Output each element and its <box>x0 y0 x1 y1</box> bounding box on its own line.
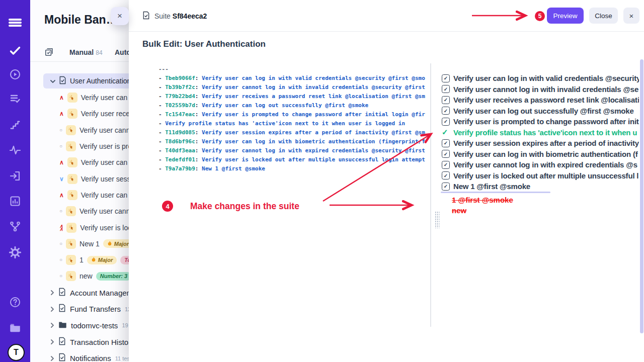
tree-suite-item[interactable]: todomvc-tests 19 <box>30 317 129 334</box>
tab-automated[interactable]: Automated <box>115 48 129 56</box>
branches-icon[interactable] <box>0 218 30 235</box>
badge: To <box>120 256 129 264</box>
preview-test-row[interactable]: ✓ ✓ Verify profile status has 'active'ic… <box>442 127 639 138</box>
tree-test-item[interactable]: ∧ ○ ∨ ∧∧ New 1 Major <box>30 236 129 252</box>
close-x-button[interactable]: × <box>623 8 639 24</box>
code-editor[interactable]: --- - Tbeb9066f: Verify user can log in … <box>158 65 429 175</box>
code-line: - T02559b7d: Verify user can log out suc… <box>158 101 429 110</box>
tree-suite-item[interactable]: Transaction History <box>30 334 129 350</box>
tree-test-item[interactable]: ∧ ○ ∨ ∧∧ new Number: 3 <box>30 268 129 284</box>
preview-test-row[interactable]: ✓ ✓ Verify user can log out successfully… <box>442 106 639 117</box>
tree-suite-item[interactable]: Account Management <box>30 285 129 301</box>
priority-normal-icon: ○ <box>59 143 62 149</box>
chevron-right-icon <box>50 337 54 346</box>
tests-check-icon[interactable] <box>0 42 30 59</box>
annotation-step-4-badge: 4 <box>162 201 173 212</box>
preview-test-label: Verify user can log in with valid creden… <box>453 74 639 82</box>
preview-divider <box>441 192 550 193</box>
tree-suite-item[interactable]: Notifications 11 tests <box>30 350 129 362</box>
steps-icon[interactable] <box>0 117 30 134</box>
editor-scrollbar[interactable] <box>430 63 431 327</box>
preview-test-row[interactable]: ✓ ✓ Verify user session expires after a … <box>442 138 639 149</box>
test-label: Verify user can log in with valid creden… <box>81 94 129 102</box>
test-label: Verify user cannot log in with expired c… <box>79 207 129 215</box>
tree-test-item[interactable]: ∧ ○ ∨ ∧∧ Verify user is locked out after… <box>30 219 129 235</box>
test-plans-icon[interactable] <box>0 90 30 107</box>
tree-test-item[interactable]: ∧ ○ ∨ ∧∧ 1 Major To <box>30 252 129 268</box>
suite-label: Transaction History <box>70 338 129 346</box>
settings-gear-icon[interactable] <box>0 244 30 261</box>
code-line: - T79b22bd4: Verify user receives a pass… <box>158 92 429 101</box>
runs-play-icon[interactable] <box>0 66 30 83</box>
modal-suite-breadcrumb: Suite Sf84eeca2 <box>142 11 207 21</box>
tree-suite-user-authentication[interactable]: User Authentication <box>43 73 129 88</box>
test-label: Verify user cannot log in with invalid c… <box>79 126 129 134</box>
app-logo[interactable]: T <box>8 344 25 361</box>
automated-test-icon <box>66 239 76 249</box>
code-line: --- <box>158 65 429 74</box>
tree-test-item[interactable]: ∧ ○ ∨ ∧∧ Verify user is prompted to chan… <box>30 138 129 154</box>
tree-suite-item[interactable]: Fund Transfers 12 <box>30 301 129 318</box>
suite-count: 19 <box>122 322 128 328</box>
help-icon[interactable] <box>0 294 30 311</box>
tree-test-item[interactable]: ∧ ○ ∨ ∧∧ Verify user can log in with val… <box>30 89 129 106</box>
suite-doc-icon <box>58 288 66 298</box>
tree-test-item[interactable]: ∧ ○ ∨ ∧∧ Verify user cannot log in with … <box>30 122 129 138</box>
preview-test-row[interactable]: ✓ ✓ Verify user can log in with valid cr… <box>442 73 639 84</box>
test-id: Tc1547eac <box>165 111 195 118</box>
tree-test-item[interactable]: ∧ ○ ∨ ∧∧ Verify user receives a password… <box>30 106 129 122</box>
priority-normal-icon: ○ <box>59 208 62 214</box>
preview-test-row[interactable]: ✓ ✓ Verify user can log in with biometri… <box>442 149 639 160</box>
priority-high-icon: ∧ <box>59 111 64 117</box>
close-button[interactable]: Close <box>589 8 618 24</box>
preview-test-label: Verify user can log out successfully @fi… <box>453 107 634 115</box>
sign-in-icon[interactable] <box>0 167 30 185</box>
tree-test-item[interactable]: ∧ ○ ∨ ∧∧ Verify user can log in with bio… <box>30 187 129 203</box>
bulk-select-icon[interactable] <box>44 47 54 59</box>
preview-test-row[interactable]: ✓ ✓ New 1 @first @smoke <box>442 181 639 192</box>
preview-test-row[interactable]: ✓ ✓ Verify user cannot log in with inval… <box>442 84 639 95</box>
test-label: Verify user can log in with biometric au… <box>81 191 129 199</box>
test-label: Verify user is prompted to change passwo… <box>79 142 129 150</box>
code-line: - Verify profile status has 'active'icon… <box>158 119 429 128</box>
priority-low-icon: ∨ <box>59 176 64 182</box>
preview-test-label: Verify user is prompted to change passwo… <box>453 117 639 126</box>
projects-folder-icon[interactable] <box>0 319 30 336</box>
suite-label: Fund Transfers <box>70 305 121 313</box>
code-line: - T8d6bf96c: Verify user can log in with… <box>158 137 429 146</box>
preview-list: ✓ ✓ Verify user can log in with valid cr… <box>442 73 639 192</box>
tab-manual[interactable]: Manual84 <box>69 48 103 56</box>
test-id: T79b22bd4 <box>165 93 195 100</box>
manual-count: 84 <box>96 49 102 56</box>
preview-test-row[interactable]: ✓ ✓ Verify user is locked out after mult… <box>442 170 639 182</box>
preview-scrollbar[interactable] <box>640 59 643 333</box>
suite-doc-icon <box>142 11 150 21</box>
added-check-icon: ✓ <box>442 128 450 137</box>
chevron-down-icon <box>50 76 55 85</box>
tree-test-item[interactable]: ∧ ○ ∨ ∧∧ Verify user can log out success… <box>30 154 129 170</box>
split-drag-handle[interactable] <box>435 211 440 228</box>
preview-test-label: Verify user cannot log in with expired c… <box>453 160 637 169</box>
pulse-icon[interactable] <box>0 141 30 158</box>
suite-label: Notifications <box>70 354 111 362</box>
suite-doc-icon <box>58 337 66 347</box>
test-label: New 1 <box>79 240 100 248</box>
panel-close-button[interactable]: × <box>111 7 129 25</box>
reports-chart-icon[interactable] <box>0 193 30 210</box>
preview-button[interactable]: Preview <box>547 8 584 24</box>
tab-bar: Manual84 Automated <box>30 46 129 62</box>
suite-doc-icon <box>59 76 66 86</box>
tree-test-item[interactable]: ∧ ○ ∨ ∧∧ Verify user cannot log in with … <box>30 203 129 219</box>
preview-test-row[interactable]: ✓ ✓ Verify user receives a password rese… <box>442 95 639 106</box>
preview-test-row[interactable]: ✓ ✓ Verify user is prompted to change pa… <box>442 116 639 127</box>
automated-test-icon <box>66 271 76 281</box>
suite-id: Sf84eeca2 <box>173 12 207 20</box>
test-id: T8d6bf96c <box>165 138 195 145</box>
menu-icon[interactable] <box>0 14 30 31</box>
preview-test-row[interactable]: ✓ ✓ Verify user cannot log in with expir… <box>442 159 639 170</box>
tree-test-item[interactable]: ∧ ○ ∨ ∧∧ Verify user session expires aft… <box>30 170 129 187</box>
automated-test-icon <box>67 93 77 103</box>
preview-test-label: Verify user is locked out after multiple… <box>453 171 638 180</box>
code-line: - Tc1547eac: Verify user is prompted to … <box>158 110 429 119</box>
suite-label: todomvc-tests <box>71 321 118 330</box>
